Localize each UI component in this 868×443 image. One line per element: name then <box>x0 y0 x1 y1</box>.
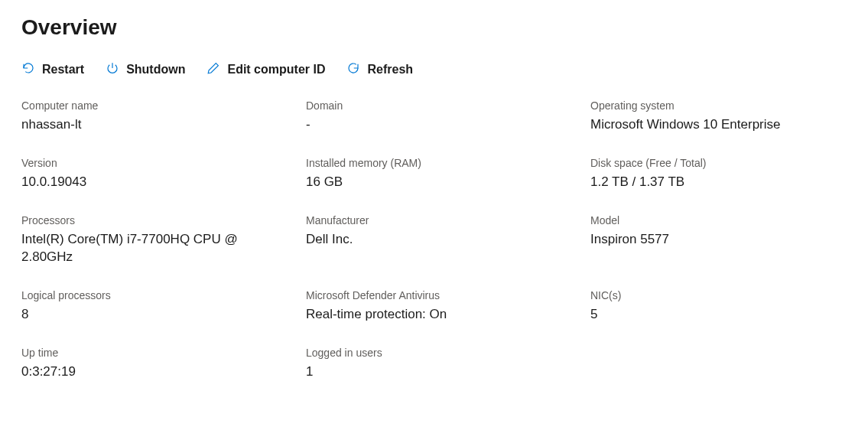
field-label: Computer name <box>21 99 291 112</box>
power-icon <box>106 61 119 78</box>
field-value: 1 <box>306 363 575 381</box>
field-value: Dell Inc. <box>306 231 575 249</box>
field-label: NIC(s) <box>590 289 831 301</box>
field-label: Disk space (Free / Total) <box>590 157 831 169</box>
field-uptime: Up time 0:3:27:19 <box>21 347 306 381</box>
field-value: nhassan-lt <box>21 116 291 134</box>
field-label: Up time <box>21 347 291 359</box>
field-label: Operating system <box>590 99 831 112</box>
edit-computer-id-button-label: Edit computer ID <box>227 63 325 77</box>
field-value: 5 <box>590 306 831 324</box>
restart-button[interactable]: Restart <box>21 61 84 78</box>
field-value: Inspiron 5577 <box>590 231 831 249</box>
field-value: Intel(R) Core(TM) i7-7700HQ CPU @ 2.80GH… <box>21 231 291 266</box>
refresh-button-label: Refresh <box>367 63 413 77</box>
field-value: - <box>306 116 575 134</box>
refresh-icon <box>346 61 360 78</box>
restart-button-label: Restart <box>42 63 84 77</box>
field-value: 10.0.19043 <box>21 174 291 191</box>
field-label: Domain <box>306 99 575 112</box>
restart-icon <box>21 61 35 78</box>
field-label: Processors <box>21 214 291 226</box>
field-logical-processors: Logical processors 8 <box>21 289 306 324</box>
field-installed-memory: Installed memory (RAM) 16 GB <box>306 157 590 191</box>
shutdown-button[interactable]: Shutdown <box>106 61 185 78</box>
field-label: Logged in users <box>306 347 575 359</box>
field-label: Version <box>21 157 291 169</box>
field-disk-space: Disk space (Free / Total) 1.2 TB / 1.37 … <box>590 157 847 191</box>
edit-icon <box>206 61 220 78</box>
details-grid: Computer name nhassan-lt Domain - Operat… <box>21 99 847 381</box>
field-value: 1.2 TB / 1.37 TB <box>590 174 831 191</box>
field-label: Model <box>590 214 831 226</box>
shutdown-button-label: Shutdown <box>126 63 185 77</box>
field-operating-system: Operating system Microsoft Windows 10 En… <box>590 99 847 134</box>
refresh-button[interactable]: Refresh <box>346 61 413 78</box>
field-label: Manufacturer <box>306 214 575 226</box>
field-nics: NIC(s) 5 <box>590 289 847 324</box>
field-value: 8 <box>21 306 291 324</box>
field-value: Microsoft Windows 10 Enterprise <box>590 116 831 134</box>
field-label: Logical processors <box>21 289 291 301</box>
field-version: Version 10.0.19043 <box>21 157 306 191</box>
field-logged-in-users: Logged in users 1 <box>306 347 590 381</box>
field-label: Microsoft Defender Antivirus <box>306 289 575 301</box>
field-computer-name: Computer name nhassan-lt <box>21 99 306 134</box>
toolbar: Restart Shutdown Edit computer ID Refres… <box>21 61 847 78</box>
field-domain: Domain - <box>306 99 590 134</box>
field-label: Installed memory (RAM) <box>306 157 575 169</box>
field-processors: Processors Intel(R) Core(TM) i7-7700HQ C… <box>21 214 306 266</box>
field-manufacturer: Manufacturer Dell Inc. <box>306 214 590 266</box>
field-value: 0:3:27:19 <box>21 363 291 381</box>
field-defender-antivirus: Microsoft Defender Antivirus Real-time p… <box>306 289 590 324</box>
field-model: Model Inspiron 5577 <box>590 214 847 266</box>
field-value: 16 GB <box>306 174 575 191</box>
page-title: Overview <box>21 15 847 40</box>
field-value: Real-time protection: On <box>306 306 575 324</box>
edit-computer-id-button[interactable]: Edit computer ID <box>206 61 325 78</box>
